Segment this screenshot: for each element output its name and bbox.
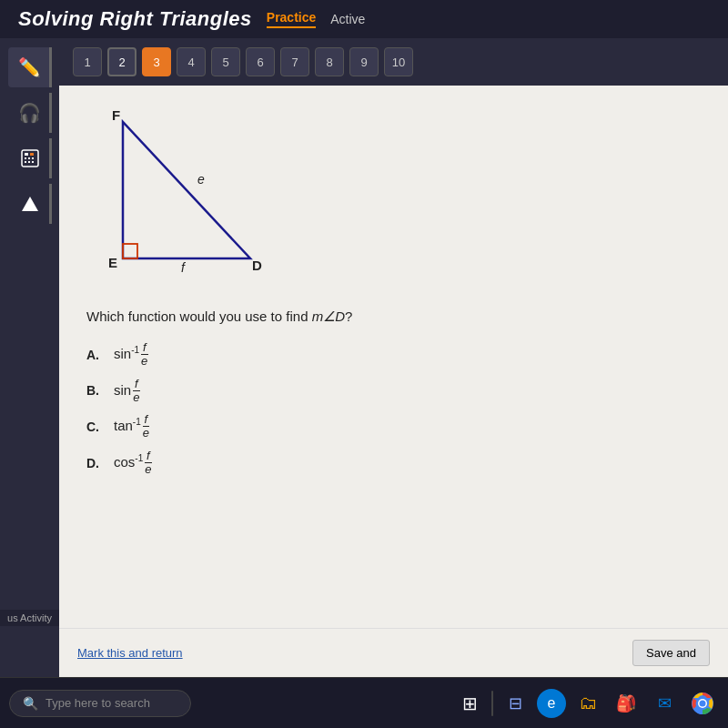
question-text: Which function would you use to find m∠D… xyxy=(86,308,701,325)
taskbar-divider xyxy=(491,691,493,716)
page-title: Solving Right Triangles xyxy=(18,7,252,31)
answer-choices: A. sin-1fe B. sinfe xyxy=(86,341,701,476)
math-a: sin-1fe xyxy=(114,341,149,369)
q-num-1[interactable]: 1 xyxy=(73,47,102,76)
save-button[interactable]: Save and xyxy=(632,640,710,666)
q-num-7[interactable]: 7 xyxy=(280,47,309,76)
answer-a[interactable]: A. sin-1fe xyxy=(86,341,701,369)
svg-text:F: F xyxy=(112,107,120,123)
headphones-icon[interactable]: 🎧 xyxy=(8,93,52,133)
q-num-3[interactable]: 3 xyxy=(142,47,171,76)
label-a: A. xyxy=(86,348,105,362)
answer-d[interactable]: D. cos-1fe xyxy=(86,450,701,477)
header-nav: Practice Active xyxy=(267,10,366,28)
q-num-4[interactable]: 4 xyxy=(177,47,206,76)
q-num-2[interactable]: 2 xyxy=(107,47,136,76)
question-area: F E D e f Which function would you use t… xyxy=(59,86,728,677)
svg-rect-4 xyxy=(32,157,34,159)
chrome-icon[interactable] xyxy=(686,687,719,720)
triangle-diagram: F E D e f xyxy=(86,104,701,286)
math-b: sinfe xyxy=(114,378,141,405)
arrow-up-icon[interactable] xyxy=(8,184,52,224)
svg-rect-1 xyxy=(25,153,28,156)
svg-text:D: D xyxy=(252,258,262,273)
q-num-10[interactable]: 10 xyxy=(384,47,413,76)
taskbar: 🔍 Type here to search ⊞ ⊟ e 🗂 🎒 ✉ xyxy=(0,677,728,728)
svg-rect-6 xyxy=(28,161,30,163)
label-c: C. xyxy=(86,420,105,434)
svg-rect-8 xyxy=(30,153,34,156)
svg-marker-9 xyxy=(22,197,38,211)
answer-c[interactable]: C. tan-1fe xyxy=(86,413,701,440)
math-d: cos-1fe xyxy=(114,450,153,477)
q-num-9[interactable]: 9 xyxy=(349,47,379,76)
taskbar-icons: ⊞ ⊟ e 🗂 🎒 ✉ xyxy=(453,687,719,720)
math-c: tan-1fe xyxy=(114,413,151,440)
svg-rect-3 xyxy=(28,157,30,159)
answer-b[interactable]: B. sinfe xyxy=(86,378,701,405)
label-d: D. xyxy=(86,456,105,470)
svg-text:e: e xyxy=(197,172,205,187)
q-num-8[interactable]: 8 xyxy=(315,47,344,76)
file-explorer-icon[interactable]: 🗂 xyxy=(571,687,604,720)
search-placeholder[interactable]: Type here to search xyxy=(46,696,150,710)
header: Solving Right Triangles Practice Active xyxy=(0,0,728,38)
cortana-icon[interactable]: ⊟ xyxy=(499,687,531,720)
pencil-icon[interactable]: ✏️ xyxy=(8,47,52,87)
app-area: Solving Right Triangles Practice Active … xyxy=(0,0,728,677)
content-wrapper: ✏️ 🎧 xyxy=(0,38,728,677)
edge-icon[interactable]: e xyxy=(537,689,566,718)
mark-return-link[interactable]: Mark this and return xyxy=(77,646,183,660)
bottom-bar: Mark this and return Save and xyxy=(59,628,728,677)
svg-rect-11 xyxy=(123,244,137,258)
nav-practice[interactable]: Practice xyxy=(267,10,316,28)
search-icon: 🔍 xyxy=(23,696,38,711)
activity-label: us Activity xyxy=(0,610,59,626)
label-b: B. xyxy=(86,383,105,398)
q-num-5[interactable]: 5 xyxy=(211,47,240,76)
question-bar: 1 2 3 4 5 6 7 8 9 10 xyxy=(59,38,728,86)
q-num-6[interactable]: 6 xyxy=(246,47,275,76)
svg-rect-2 xyxy=(25,157,26,159)
main-content: 1 2 3 4 5 6 7 8 9 10 xyxy=(59,38,728,677)
svg-rect-5 xyxy=(25,161,26,163)
triangle-svg: F E D e f xyxy=(86,104,287,286)
svg-point-19 xyxy=(700,700,706,706)
store-icon[interactable]: 🎒 xyxy=(610,687,642,720)
windows-button[interactable]: ⊞ xyxy=(453,687,486,720)
calculator-icon[interactable] xyxy=(8,138,52,178)
svg-text:f: f xyxy=(181,260,187,275)
svg-text:E: E xyxy=(108,255,117,270)
screen: Solving Right Triangles Practice Active … xyxy=(0,0,728,728)
nav-active: Active xyxy=(330,12,365,26)
sidebar: ✏️ 🎧 xyxy=(0,38,59,677)
svg-marker-10 xyxy=(123,122,250,258)
taskbar-search[interactable]: 🔍 Type here to search xyxy=(9,690,191,717)
mail-icon[interactable]: ✉ xyxy=(648,687,681,720)
svg-rect-7 xyxy=(32,161,34,163)
